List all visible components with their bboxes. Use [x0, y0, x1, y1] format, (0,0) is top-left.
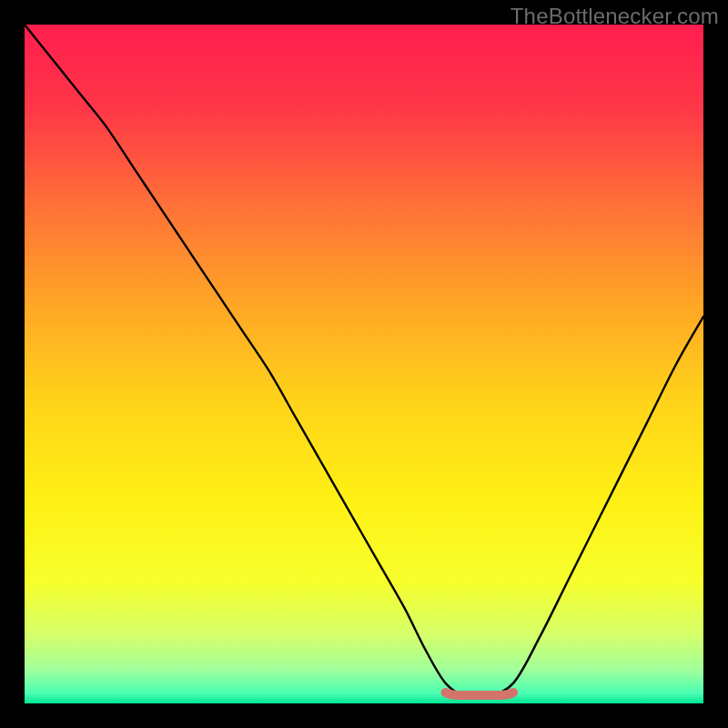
watermark-text: TheBottleneсker.com — [511, 4, 719, 29]
chart-frame: TheBottleneсker.com — [0, 0, 728, 728]
plot-area — [25, 25, 703, 703]
recommended-range-marker — [446, 693, 514, 695]
bottleneck-chart — [25, 25, 703, 703]
gradient-background — [25, 25, 703, 703]
